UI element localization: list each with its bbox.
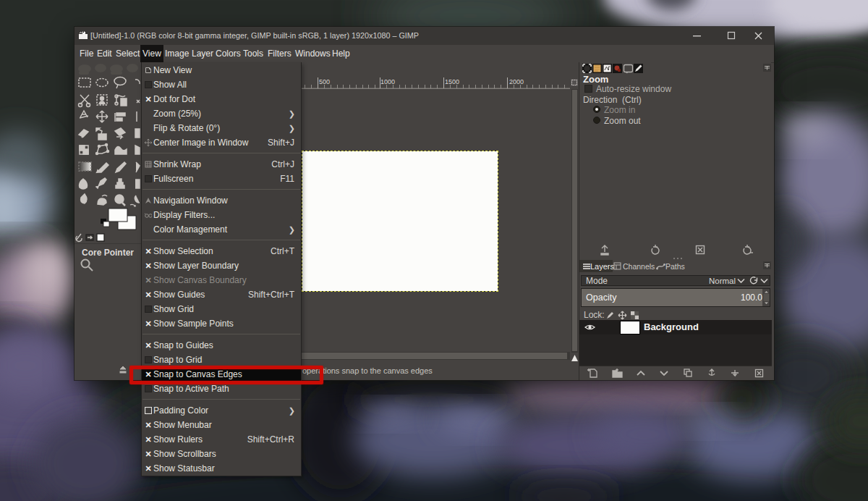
svg-text:500: 500 [319,78,330,85]
svg-text:1000: 1000 [380,78,395,85]
svg-text:2000: 2000 [509,78,524,85]
svg-text:1500: 1500 [445,78,459,85]
svg-text:Core Pointer: Core Pointer [82,248,134,258]
